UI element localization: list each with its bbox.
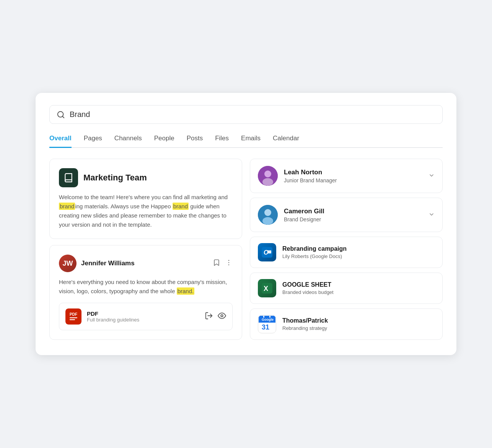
pdf-icon-inner: PDF <box>65 308 81 325</box>
rebranding-info: Rebranding campaign Lily Roberts (Google… <box>282 245 435 259</box>
search-input[interactable] <box>70 110 435 119</box>
tab-people[interactable]: People <box>154 135 174 148</box>
tab-posts[interactable]: Posts <box>187 135 203 148</box>
tab-channels[interactable]: Channels <box>114 135 142 148</box>
rebranding-subtitle: Lily Roberts (Google Docs) <box>282 253 435 259</box>
more-options-icon[interactable] <box>225 259 233 268</box>
post-card: JW Jennifer Williams <box>49 245 242 340</box>
post-author: Jennifer Williams <box>81 260 208 267</box>
leah-chevron-icon <box>428 172 435 180</box>
svg-point-12 <box>264 170 271 177</box>
person-card-cameron[interactable]: Cameron Gill Brand Designer <box>250 198 443 232</box>
post-actions <box>213 259 233 268</box>
marketing-body: Welcome to the team! Here's where you ca… <box>59 193 233 229</box>
svg-rect-28 <box>269 316 270 318</box>
main-container: Overall Pages Channels People Posts File… <box>36 93 456 355</box>
excel-icon: X <box>258 279 276 297</box>
calendar-subtitle: Rebranding strategy <box>282 325 435 331</box>
attachment-info: PDF Full branding guidelines <box>87 310 199 323</box>
attachment-open-icon[interactable] <box>205 312 213 322</box>
svg-point-16 <box>262 217 273 225</box>
outlook-icon: O <box>258 243 276 261</box>
post-body: Here's everything you need to know about… <box>59 278 233 296</box>
left-column: Marketing Team Welcome to the team! Here… <box>49 159 242 340</box>
marketing-team-icon <box>59 168 78 187</box>
post-body-text1: Here's everything you need to know about… <box>59 279 227 294</box>
pdf-attachment: PDF PDF Full branding guidelines <box>59 303 233 330</box>
leah-role: Junior Brand Manager <box>284 177 422 183</box>
svg-point-10 <box>221 315 223 317</box>
calendar-title: Thomas/Patrick <box>282 317 435 324</box>
marketing-card-header: Marketing Team <box>59 168 233 187</box>
marketing-team-card: Marketing Team Welcome to the team! Here… <box>49 159 242 239</box>
tab-overall[interactable]: Overall <box>49 135 72 148</box>
attachment-buttons <box>205 312 226 322</box>
sheet-info: GOOGLE SHEET Branded videos budget <box>282 281 435 295</box>
post-highlight: brand. <box>177 287 195 295</box>
marketing-highlight2: brand <box>173 203 189 210</box>
marketing-body-text1: Welcome to the team! Here's where you ca… <box>59 194 228 200</box>
leah-avatar <box>258 166 278 186</box>
svg-rect-27 <box>263 316 264 318</box>
svg-rect-7 <box>70 319 75 320</box>
resource-card-rebranding[interactable]: O Rebranding campaign Lily Roberts (Goog… <box>250 237 443 268</box>
marketing-body-text2: ing materials. Always use the Happeo <box>75 203 172 209</box>
svg-rect-6 <box>70 317 77 318</box>
sheet-title: GOOGLE SHEET <box>282 281 435 288</box>
marketing-highlight1: brand <box>59 203 75 210</box>
tab-calendar[interactable]: Calendar <box>273 135 299 148</box>
svg-text:X: X <box>264 285 268 292</box>
cameron-name: Cameron Gill <box>284 208 422 215</box>
svg-text:31: 31 <box>262 323 269 331</box>
leah-info: Leah Norton Junior Brand Manager <box>284 169 422 183</box>
pdf-icon: PDF <box>65 308 81 325</box>
calendar-icon: Google 31 <box>258 315 276 333</box>
resource-card-calendar[interactable]: Google 31 Thomas/Patrick Rebranding stra… <box>250 308 443 340</box>
svg-text:PDF: PDF <box>70 312 77 317</box>
rebranding-title: Rebranding campaign <box>282 245 435 252</box>
attachment-preview-icon[interactable] <box>218 312 226 322</box>
leah-name: Leah Norton <box>284 169 422 176</box>
svg-line-1 <box>62 116 64 118</box>
search-bar <box>49 105 443 124</box>
cameron-role: Brand Designer <box>284 216 422 222</box>
marketing-title: Marketing Team <box>83 173 147 183</box>
calendar-info: Thomas/Patrick Rebranding strategy <box>282 317 435 331</box>
jennifer-avatar: JW <box>59 255 77 272</box>
cameron-avatar <box>258 205 278 225</box>
tab-emails[interactable]: Emails <box>241 135 261 148</box>
svg-text:Google: Google <box>262 318 274 321</box>
attachment-name: PDF <box>87 310 199 317</box>
tab-pages[interactable]: Pages <box>84 135 102 148</box>
cameron-info: Cameron Gill Brand Designer <box>284 208 422 222</box>
svg-point-4 <box>228 264 230 265</box>
person-card-leah[interactable]: Leah Norton Junior Brand Manager <box>250 159 443 193</box>
svg-point-2 <box>228 260 230 261</box>
bookmark-icon[interactable] <box>213 259 220 268</box>
search-icon <box>57 110 65 119</box>
svg-point-13 <box>262 178 273 186</box>
post-header: JW Jennifer Williams <box>59 255 233 272</box>
right-column: Leah Norton Junior Brand Manager <box>250 159 443 340</box>
tab-files[interactable]: Files <box>215 135 229 148</box>
resource-card-sheet[interactable]: X GOOGLE SHEET Branded videos budget <box>250 273 443 304</box>
cameron-chevron-icon <box>428 211 435 219</box>
tabs-container: Overall Pages Channels People Posts File… <box>49 135 443 148</box>
sheet-subtitle: Branded videos budget <box>282 289 435 295</box>
svg-rect-19 <box>267 250 271 253</box>
attachment-desc: Full branding guidelines <box>87 317 199 323</box>
svg-point-15 <box>264 209 271 216</box>
svg-point-3 <box>228 262 230 263</box>
main-grid: Marketing Team Welcome to the team! Here… <box>49 159 443 340</box>
